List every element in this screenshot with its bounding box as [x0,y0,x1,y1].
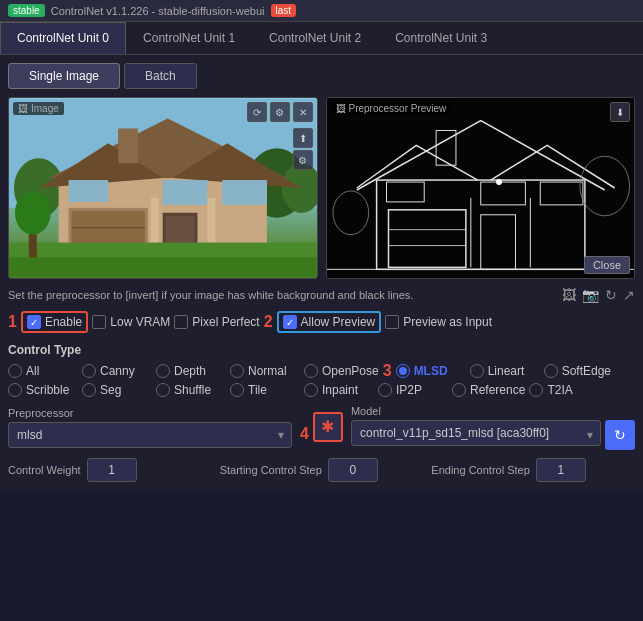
radio-reference-btn[interactable] [452,383,466,397]
radio-reference-label: Reference [470,383,525,397]
star-button[interactable]: ✱ [313,412,343,442]
radio-softedge-label: SoftEdge [562,364,611,378]
starting-step-col: Starting Control Step [220,458,424,482]
right-panel-controls: ⬆ ⚙ [293,128,313,170]
radio-tile-label: Tile [248,383,267,397]
control-weight-input[interactable] [87,458,137,482]
radio-t2ia[interactable]: T2IA [529,383,599,397]
pixel-perfect-option[interactable]: Pixel Perfect [174,315,259,329]
radio-depth-btn[interactable] [156,364,170,378]
radio-scribble[interactable]: Scribble [8,383,78,397]
radio-depth-label: Depth [174,364,206,378]
title-bar: stable ControlNet v1.1.226 - stable-diff… [0,0,643,22]
radio-canny-btn[interactable] [82,364,96,378]
radio-tile[interactable]: Tile [230,383,300,397]
tab-batch[interactable]: Batch [124,63,197,89]
cn-tab-3[interactable]: ControlNet Unit 3 [378,22,504,54]
ending-step-col: Ending Control Step [431,458,635,482]
radio-seg-label: Seg [100,383,121,397]
preprocessor-select[interactable]: mlsd [8,422,292,448]
upload-icon[interactable]: ⬆ [293,128,313,148]
config-icon[interactable]: ⚙ [293,150,313,170]
radio-scribble-btn[interactable] [8,383,22,397]
radio-depth[interactable]: Depth [156,363,226,379]
model-select[interactable]: control_v11p_sd15_mlsd [aca30ff0] [351,420,601,446]
ending-step-label: Ending Control Step [431,464,529,476]
refresh-icon[interactable]: ⟳ [247,102,267,122]
radio-openpose[interactable]: OpenPose [304,363,379,379]
radio-softedge[interactable]: SoftEdge [544,363,614,379]
radio-shuffle-btn[interactable] [156,383,170,397]
preview-as-input-option[interactable]: Preview as Input [385,315,492,329]
pixel-perfect-label: Pixel Perfect [192,315,259,329]
main-content: Single Image Batch 🖼 Image ⟳ ⚙ ✕ [0,55,643,490]
download-icon[interactable]: ⬇ [610,102,630,122]
radio-inpaint-label: Inpaint [322,383,358,397]
low-vram-checkbox[interactable] [92,315,106,329]
tab-single-image[interactable]: Single Image [8,63,120,89]
radio-seg-btn[interactable] [82,383,96,397]
ending-step-input[interactable] [536,458,586,482]
radio-reference[interactable]: Reference [452,383,525,397]
control-weight-col: Control Weight [8,458,212,482]
radio-t2ia-btn[interactable] [529,383,543,397]
control-type-grid: All Canny Depth Normal OpenPose 3 [8,363,635,397]
preprocessor-panel[interactable]: 🖼 Preprocessor Preview ⬇ [326,97,636,279]
cn-tab-0[interactable]: ControlNet Unit 0 [0,22,126,54]
radio-inpaint[interactable]: Inpaint [304,383,374,397]
image-row: 🖼 Image ⟳ ⚙ ✕ [8,97,635,279]
enable-checkbox[interactable] [27,315,41,329]
starting-step-label: Starting Control Step [220,464,322,476]
refresh-model-button[interactable]: ↻ [605,420,635,450]
radio-openpose-btn[interactable] [304,364,318,378]
radio-shuffle-label: Shuffle [174,383,211,397]
radio-all-label: All [26,364,39,378]
radio-inpaint-btn[interactable] [304,383,318,397]
camera-icon[interactable]: 📷 [582,287,599,303]
close-preview-button[interactable]: Close [584,256,630,274]
radio-ip2p[interactable]: IP2P [378,383,448,397]
preprocessor-panel-controls: ⬇ [610,102,630,122]
radio-mlsd-btn[interactable] [396,364,410,378]
pixel-perfect-checkbox[interactable] [174,315,188,329]
preview-as-input-checkbox[interactable] [385,315,399,329]
starting-step-input[interactable] [328,458,378,482]
radio-normal-btn[interactable] [230,364,244,378]
radio-shuffle[interactable]: Shuffle [156,383,226,397]
house-image [9,98,317,278]
hint-row: Set the preprocessor to [invert] if your… [8,287,635,303]
enable-option[interactable]: Enable [21,311,88,333]
radio-lineart-btn[interactable] [470,364,484,378]
last-tag: last [271,4,297,17]
weight-row: Control Weight Starting Control Step End… [8,458,635,482]
radio-all-btn[interactable] [8,364,22,378]
radio-tile-btn[interactable] [230,383,244,397]
radio-all[interactable]: All [8,363,78,379]
radio-softedge-btn[interactable] [544,364,558,378]
settings-icon[interactable]: ⚙ [270,102,290,122]
image-icon[interactable]: 🖼 [562,287,576,303]
low-vram-option[interactable]: Low VRAM [92,315,170,329]
image-panel[interactable]: 🖼 Image ⟳ ⚙ ✕ [8,97,318,279]
preprocessor-model-section: Preprocessor mlsd ▾ 4 ✱ Model [8,405,635,450]
model-col-label: Model [351,405,635,417]
svg-point-26 [15,191,51,235]
allow-preview-checkbox[interactable] [283,315,297,329]
radio-normal[interactable]: Normal [230,363,300,379]
radio-canny[interactable]: Canny [82,363,152,379]
cn-tab-1[interactable]: ControlNet Unit 1 [126,22,252,54]
cn-tab-2[interactable]: ControlNet Unit 2 [252,22,378,54]
control-type-label: Control Type [8,343,635,357]
radio-mlsd[interactable]: MLSD [396,363,466,379]
radio-lineart[interactable]: Lineart [470,363,540,379]
hint-icons: 🖼 📷 ↻ ↗ [562,287,635,303]
allow-preview-option[interactable]: Allow Preview [277,311,382,333]
close-icon[interactable]: ✕ [293,102,313,122]
radio-seg[interactable]: Seg [82,383,152,397]
refresh-icon-2[interactable]: ↻ [605,287,617,303]
num-4: 4 [300,426,309,442]
radio-ip2p-btn[interactable] [378,383,392,397]
preprocessor-col-label: Preprocessor [8,407,292,419]
image-panel-label: 🖼 Image [13,102,64,115]
arrow-icon[interactable]: ↗ [623,287,635,303]
